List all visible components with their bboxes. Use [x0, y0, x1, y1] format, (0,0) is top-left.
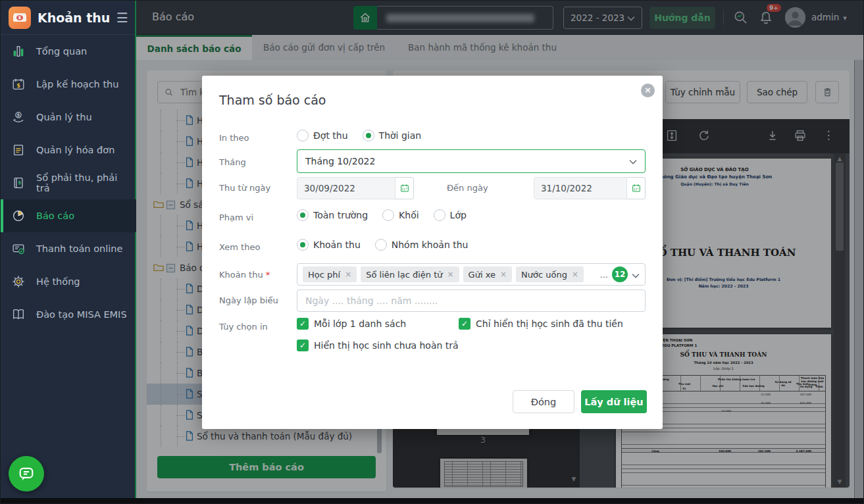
- label-thang: Tháng: [219, 157, 294, 167]
- svg-text:$: $: [16, 82, 20, 89]
- to-date-input[interactable]: 31/10/2022: [534, 177, 627, 199]
- fees-multiselect[interactable]: Học phí× Sổ liên lạc điện tử× Gửi xe× Nư…: [297, 263, 646, 286]
- label-ngay-lap-bieu: Ngày lập biểu: [219, 295, 294, 305]
- fee-tag: Gửi xe×: [463, 266, 512, 282]
- sidebar-item-he-thong[interactable]: Hệ thống: [1, 265, 136, 298]
- remove-tag-icon[interactable]: ×: [572, 270, 578, 279]
- hand-coin-icon: $: [10, 109, 27, 126]
- card-payment-icon: [10, 240, 27, 257]
- sidebar: $ Khoản thu ☰ Tổng quan $ Lập kế hoạch t…: [1, 1, 136, 498]
- sidebar-item-dao-tao-misa-emis[interactable]: Đào tạo MISA EMIS: [1, 298, 136, 331]
- radio-toan-truong[interactable]: Toàn trường: [297, 209, 368, 221]
- sidebar-item-thanh-toan-online[interactable]: Thanh toán online: [1, 232, 136, 265]
- label-khoan-thu: Khoản thu *: [219, 270, 294, 280]
- app-window: $ Khoản thu ☰ Tổng quan $ Lập kế hoạch t…: [0, 0, 864, 504]
- checkbox-checked-icon: ✓: [297, 318, 309, 330]
- radio-lop[interactable]: Lớp: [434, 209, 467, 221]
- sidebar-menu: Tổng quan $ Lập kế hoạch thu $ Quản lý t…: [1, 35, 136, 331]
- checkbox-checked-icon: ✓: [297, 340, 309, 351]
- fee-tag: Nước uống×: [516, 266, 584, 282]
- label-pham-vi: Phạm vi: [219, 213, 294, 222]
- sidebar-item-so-phai-thu-phai-tra[interactable]: $ Sổ phải thu, phải trả: [1, 166, 136, 199]
- remove-tag-icon[interactable]: ×: [447, 270, 454, 279]
- checkbox-checked-icon: ✓: [459, 318, 470, 330]
- fee-tag: Sổ liên lạc điện tử×: [361, 266, 459, 282]
- remove-tag-icon[interactable]: ×: [345, 270, 351, 279]
- report-date-input[interactable]: [297, 290, 646, 312]
- app-logo-icon: $: [9, 7, 31, 29]
- bar-chart-icon: [10, 43, 27, 60]
- report-params-modal: Tham số báo cáo × In theo Đợt thu Thời g…: [202, 76, 663, 429]
- chat-support-button[interactable]: [9, 456, 44, 491]
- chevron-down-icon: [629, 156, 637, 166]
- radio-khoi[interactable]: Khối: [382, 209, 419, 221]
- checkbox-hien-thi-hoc-sinh-chua-hoan-tra[interactable]: ✓Hiển thị học sinh chưa hoàn trả: [297, 340, 459, 351]
- gear-icon: [10, 273, 27, 290]
- label-den-ngay: Đến ngày: [447, 183, 506, 193]
- print-by-radios: Đợt thu Thời gian: [297, 130, 436, 141]
- sidebar-item-quan-ly-thu[interactable]: $ Quản lý thu: [1, 101, 136, 134]
- sidebar-item-quan-ly-hoa-don[interactable]: Quản lý hóa đơn: [1, 134, 136, 166]
- modal-title: Tham số báo cáo: [219, 93, 326, 107]
- sidebar-item-bao-cao[interactable]: Báo cáo: [1, 199, 136, 232]
- sidebar-item-lap-ke-hoach-thu[interactable]: $ Lập kế hoạch thu: [1, 68, 136, 101]
- checkbox-chi-hien-thi-hoc-sinh-da-thu-tien[interactable]: ✓Chỉ hiển thị học sinh đã thu tiền: [459, 318, 623, 330]
- remove-tag-icon[interactable]: ×: [500, 270, 507, 279]
- close-button[interactable]: Đóng: [513, 390, 574, 413]
- sidebar-header: $ Khoản thu ☰: [1, 1, 136, 35]
- radio-khoan-thu[interactable]: Khoản thu: [297, 239, 361, 251]
- sidebar-item-tong-quan[interactable]: Tổng quan: [1, 35, 136, 68]
- close-icon[interactable]: ×: [641, 84, 655, 97]
- invoice-icon: [10, 141, 27, 159]
- required-asterisk: *: [266, 270, 270, 280]
- open-book-icon: [10, 306, 27, 323]
- checkbox-moi-lop-1-danh-sach[interactable]: ✓Mỗi lớp 1 danh sách: [297, 318, 406, 330]
- view-by-radios: Khoản thu Nhóm khoản thu: [297, 239, 482, 251]
- from-date-input[interactable]: 30/09/2022: [297, 177, 395, 199]
- radio-nhom-khoan-thu[interactable]: Nhóm khoản thu: [375, 239, 469, 251]
- label-thu-tu-ngay: Thu từ ngày: [219, 183, 294, 193]
- hamburger-menu-icon[interactable]: ☰: [116, 10, 128, 26]
- get-data-button[interactable]: Lấy dữ liệu: [581, 390, 647, 413]
- radio-dot-thu[interactable]: Đợt thu: [297, 130, 348, 141]
- chat-bubble-icon: [17, 465, 36, 483]
- chevron-down-icon[interactable]: [632, 268, 640, 281]
- month-select[interactable]: Tháng 10/2022: [297, 149, 646, 173]
- scope-radios: Toàn trường Khối Lớp: [297, 209, 481, 221]
- svg-text:$: $: [17, 113, 20, 118]
- pie-chart-icon: [10, 207, 27, 224]
- window-bottom-bar: [1, 498, 864, 504]
- calendar-icon[interactable]: [395, 177, 414, 199]
- calendar-dollar-icon: $: [10, 76, 27, 93]
- label-tuy-chon-in: Tùy chọn in: [219, 322, 294, 332]
- label-in-theo: In theo: [219, 133, 294, 143]
- radio-thoi-gian[interactable]: Thời gian: [363, 130, 422, 141]
- svg-text:$: $: [18, 180, 21, 186]
- fee-tag: Học phí×: [303, 266, 357, 282]
- ledger-book-icon: $: [10, 174, 27, 191]
- selected-count-badge: 12: [612, 266, 628, 282]
- label-xem-theo: Xem theo: [219, 242, 294, 252]
- app-title: Khoản thu: [38, 11, 116, 25]
- calendar-icon[interactable]: [627, 177, 646, 199]
- more-tags-ellipsis: ...: [600, 270, 608, 280]
